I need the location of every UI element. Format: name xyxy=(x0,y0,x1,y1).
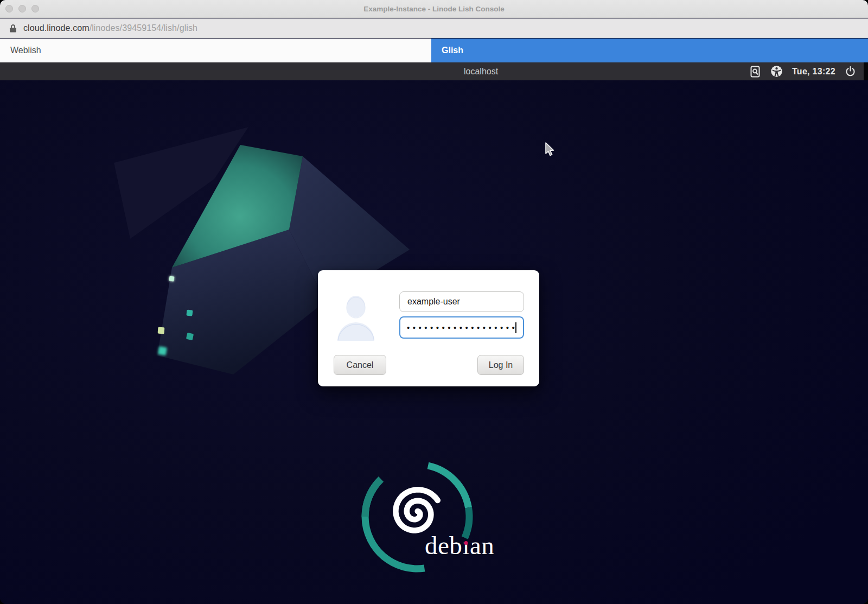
url-bar[interactable]: cloud.linode.com/linodes/39459154/lish/g… xyxy=(0,18,868,38)
tab-weblish[interactable]: Weblish xyxy=(0,39,431,62)
address-text[interactable]: cloud.linode.com/linodes/39459154/lish/g… xyxy=(23,23,197,33)
debian-swirl-logo xyxy=(335,454,497,579)
login-button[interactable]: Log In xyxy=(477,355,524,375)
url-host: cloud.linode.com xyxy=(23,23,90,33)
wordmark-i: ı xyxy=(462,533,470,560)
user-avatar-icon xyxy=(335,293,376,342)
tab-weblish-label: Weblish xyxy=(10,46,41,55)
debian-swirl xyxy=(395,489,437,530)
wordmark-pre: deb xyxy=(425,533,462,560)
mouse-cursor xyxy=(542,141,557,157)
browser-window: Example-Instance - Linode Lish Console c… xyxy=(0,0,868,604)
screen-magnifier-icon[interactable] xyxy=(750,65,761,78)
debian-wordmark: debıan xyxy=(425,533,494,560)
macos-titlebar: Example-Instance - Linode Lish Console xyxy=(0,0,868,18)
username-input[interactable] xyxy=(400,297,524,307)
wordmark-post: an xyxy=(470,533,494,560)
window-title: Example-Instance - Linode Lish Console xyxy=(0,0,868,18)
debian-red-dot xyxy=(464,541,468,545)
tab-glish-label: Glish xyxy=(442,46,463,55)
accessibility-icon[interactable] xyxy=(770,65,783,78)
lish-tab-bar: Weblish Glish xyxy=(0,39,868,62)
login-dialog: •••••••••••••••••••• Cancel Log In xyxy=(318,270,539,386)
cancel-button[interactable]: Cancel xyxy=(334,355,386,375)
clock-label[interactable]: Tue, 13:22 xyxy=(792,67,835,77)
text-caret xyxy=(515,322,516,333)
power-icon[interactable] xyxy=(845,66,856,77)
url-path: /linodes/39459154/lish/glish xyxy=(90,23,197,33)
password-masked-value: •••••••••••••••••••• xyxy=(407,323,515,332)
screen-edge xyxy=(864,62,868,80)
hostname-label: localhost xyxy=(464,62,498,80)
username-field[interactable] xyxy=(399,291,524,312)
lock-icon xyxy=(9,24,17,33)
tab-glish[interactable]: Glish xyxy=(431,39,868,62)
password-field[interactable]: •••••••••••••••••••• xyxy=(399,316,524,339)
gdm-desktop: •••••••••••••••••••• Cancel Log In debıa… xyxy=(0,80,868,604)
gnome-top-bar: localhost Tue, 13:22 xyxy=(0,62,868,80)
